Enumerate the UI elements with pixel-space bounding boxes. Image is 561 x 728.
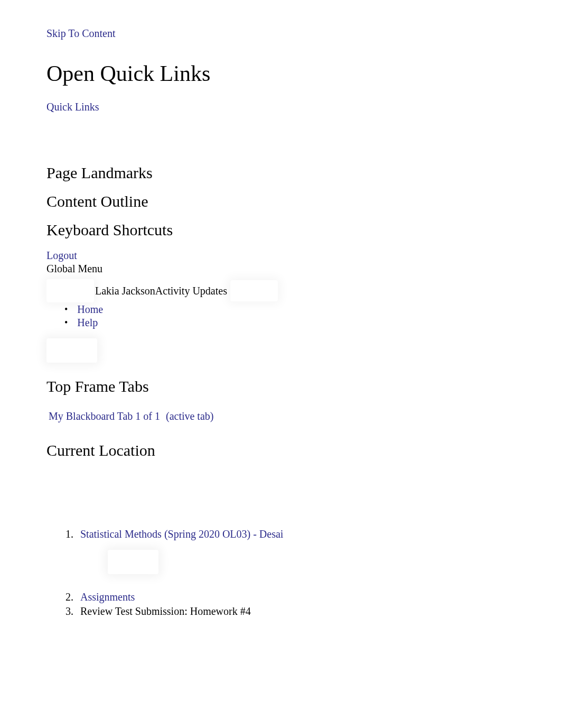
home-link[interactable]: Home [77,303,103,316]
breadcrumb-item-assignments: Assignments [76,591,515,603]
review-text: Review Test Submission: Homework #4 [80,605,251,617]
logout-link[interactable]: Logout [46,250,515,262]
keyboard-shortcuts-heading: Keyboard Shortcuts [46,221,515,239]
placeholder-box-left [46,279,94,302]
nav-item-home: Home [64,303,515,316]
global-menu-label: Global Menu [46,263,515,275]
open-quick-links-heading: Open Quick Links [46,61,515,86]
help-link[interactable]: Help [77,317,98,329]
tab-active-suffix: (active tab) [166,410,214,422]
activity-updates-text: Activity Updates [155,285,227,297]
breadcrumb-item-course: Statistical Methods (Spring 2020 OL03) -… [76,528,515,574]
placeholder-box-nested [108,550,158,574]
nav-item-help: Help [64,317,515,329]
current-location-heading: Current Location [46,441,515,459]
user-name-text: Lakia Jackson [95,285,155,297]
breadcrumb-item-review: Review Test Submission: Homework #4 [76,605,515,618]
content-outline-heading: Content Outline [46,192,515,210]
tab-label: My Blackboard Tab 1 of 1 [49,410,160,422]
placeholder-box-standalone [46,338,97,363]
page-landmarks-heading: Page Landmarks [46,164,515,182]
quick-links-link[interactable]: Quick Links [46,101,99,113]
breadcrumb-list: Statistical Methods (Spring 2020 OL03) -… [76,528,515,618]
nav-bullet-list: Home Help [64,303,515,329]
my-blackboard-tab-link[interactable]: My Blackboard Tab 1 of 1 (active tab) [49,410,213,422]
top-frame-tabs-heading: Top Frame Tabs [46,377,515,395]
assignments-link[interactable]: Assignments [80,591,135,603]
course-link[interactable]: Statistical Methods (Spring 2020 OL03) -… [80,528,283,540]
skip-to-content-link[interactable]: Skip To Content [46,27,115,40]
global-menu-row: Lakia Jackson Activity Updates [46,279,515,302]
placeholder-box-right [230,280,278,301]
